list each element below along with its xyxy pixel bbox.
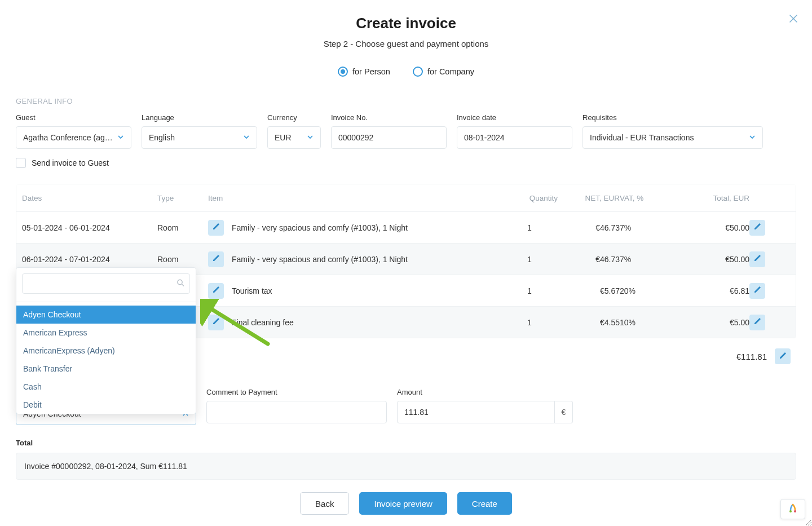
pencil-icon — [212, 223, 220, 232]
table-row: 05-01-2024 - 06-01-2024 Room Family - ve… — [16, 211, 796, 243]
guest-label: Guest — [16, 113, 131, 122]
dropdown-option[interactable]: Debit — [16, 396, 196, 414]
col-dates: Dates — [22, 194, 157, 202]
edit-total-button[interactable] — [775, 348, 791, 364]
page-title: Create invoice — [16, 15, 796, 32]
pencil-icon — [212, 286, 220, 295]
pencil-icon — [212, 317, 220, 327]
svg-point-2 — [789, 510, 792, 512]
back-button[interactable]: Back — [300, 492, 349, 515]
dropdown-option[interactable]: American Express — [16, 324, 196, 342]
page-subtitle: Step 2 - Choose guest and payment option… — [16, 39, 796, 48]
cell-item: Tourism tax — [232, 286, 272, 295]
radio-for-person[interactable]: for Person — [338, 67, 390, 77]
cell-vat: 20% — [620, 286, 682, 295]
col-net: NET, EUR — [558, 194, 620, 202]
chevron-down-icon — [117, 133, 124, 142]
payment-method-dropdown[interactable]: Adyen Checkout American Express American… — [16, 267, 196, 414]
language-label: Language — [142, 113, 257, 122]
cell-net: €5.67 — [558, 286, 620, 295]
pencil-icon — [779, 352, 787, 361]
radio-selected-icon — [338, 67, 348, 77]
cell-total: €50.00 — [682, 223, 749, 232]
cell-net: €46.73 — [558, 223, 620, 232]
grand-total-value: €111.81 — [736, 352, 767, 361]
invoice-summary: Invoice #00000292, 08-01-2024, Sum €111.… — [16, 453, 796, 480]
cell-item: Final cleaning fee — [232, 318, 294, 327]
send-invoice-label: Send invoice to Guest — [32, 158, 109, 167]
amount-label: Amount — [397, 388, 573, 396]
invoice-date-input[interactable]: 08-01-2024 — [457, 126, 572, 149]
dropdown-search-input[interactable] — [22, 273, 190, 294]
col-vat: VAT, % — [620, 194, 682, 202]
cell-vat: 7% — [620, 255, 682, 264]
col-total: Total, EUR — [682, 194, 749, 202]
col-item: Item — [208, 194, 501, 202]
cell-type: Room — [157, 255, 208, 264]
edit-item-button[interactable] — [208, 251, 224, 267]
invoice-no-value: 00000292 — [338, 133, 373, 142]
resize-grip-icon — [806, 520, 811, 525]
dropdown-option[interactable]: Adyen Checkout — [16, 306, 196, 324]
cell-net: €4.55 — [558, 318, 620, 327]
send-invoice-checkbox[interactable] — [16, 158, 26, 168]
amount-currency-addon: € — [555, 401, 573, 423]
currency-value: EUR — [275, 133, 302, 142]
cell-vat: 7% — [620, 223, 682, 232]
pencil-icon — [753, 223, 761, 232]
amount-value: 111.81 — [404, 408, 429, 417]
general-info-caption: GENERAL INFO — [16, 97, 796, 105]
requisites-select[interactable]: Individual - EUR Transactions — [582, 126, 763, 149]
cell-total: €6.81 — [682, 286, 749, 295]
edit-row-button[interactable] — [749, 220, 765, 236]
pencil-icon — [753, 254, 761, 264]
create-button[interactable]: Create — [457, 492, 512, 515]
edit-row-button[interactable] — [749, 315, 765, 330]
dropdown-option[interactable]: Bank Transfer — [16, 360, 196, 378]
edit-item-button[interactable] — [208, 315, 224, 330]
cell-item: Family - very spacious and comfy (#1003)… — [232, 223, 408, 232]
pencil-icon — [753, 286, 761, 295]
amount-input[interactable]: 111.81 — [397, 401, 555, 423]
cell-quantity: 1 — [501, 223, 558, 232]
guest-value: Agatha Conference (agaco… — [23, 133, 113, 142]
comment-label: Comment to Payment — [206, 388, 387, 396]
dropdown-option[interactable]: Cash — [16, 378, 196, 396]
search-icon — [176, 279, 184, 289]
col-quantity: Quantity — [501, 194, 558, 202]
dropdown-option[interactable]: AmericanExpress (Adyen) — [16, 342, 196, 360]
chevron-down-icon — [243, 133, 250, 142]
invoice-date-value: 08-01-2024 — [464, 133, 505, 142]
cell-dates: 06-01-2024 - 07-01-2024 — [22, 255, 157, 264]
edit-item-button[interactable] — [208, 283, 224, 299]
edit-row-button[interactable] — [749, 283, 765, 299]
language-select[interactable]: English — [142, 126, 257, 149]
pencil-icon — [753, 317, 761, 327]
cell-item: Family - very spacious and comfy (#1003)… — [232, 255, 408, 264]
cell-vat: 10% — [620, 318, 682, 327]
radio-for-company[interactable]: for Company — [413, 67, 474, 77]
requisites-label: Requisites — [582, 113, 763, 122]
invoice-preview-button[interactable]: Invoice preview — [359, 492, 447, 515]
cell-total: €50.00 — [682, 255, 749, 264]
pencil-icon — [212, 254, 220, 264]
cell-quantity: 1 — [501, 318, 558, 327]
svg-point-3 — [794, 510, 796, 512]
help-widget-icon[interactable] — [780, 499, 805, 519]
edit-row-button[interactable] — [749, 251, 765, 267]
cell-net: €46.73 — [558, 255, 620, 264]
radio-label: for Person — [352, 67, 390, 76]
close-icon[interactable] — [787, 12, 800, 25]
invoice-no-input[interactable]: 00000292 — [331, 126, 447, 149]
cell-total: €5.00 — [682, 318, 749, 327]
comment-input[interactable] — [206, 401, 387, 423]
currency-label: Currency — [267, 113, 321, 122]
guest-select[interactable]: Agatha Conference (agaco… — [16, 126, 131, 149]
total-label: Total — [16, 439, 796, 447]
summary-text: Invoice #00000292, 08-01-2024, Sum €111.… — [24, 462, 187, 471]
requisites-value: Individual - EUR Transactions — [590, 133, 744, 142]
edit-item-button[interactable] — [208, 220, 224, 236]
currency-select[interactable]: EUR — [267, 126, 321, 149]
cell-quantity: 1 — [501, 255, 558, 264]
cell-dates: 05-01-2024 - 06-01-2024 — [22, 223, 157, 232]
